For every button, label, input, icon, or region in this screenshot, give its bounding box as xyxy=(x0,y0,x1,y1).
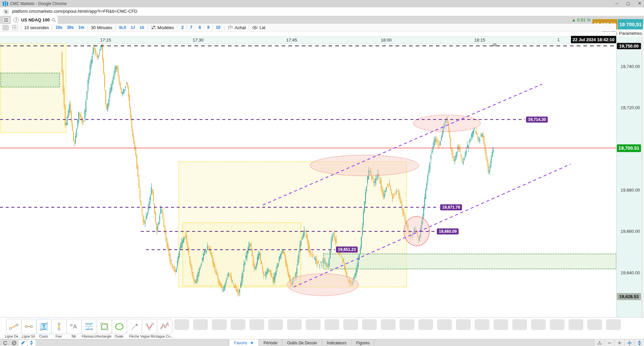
instrument-tab-bar: 2 US NDAQ 100 xyxy=(0,16,644,24)
auto-scale-icon[interactable] xyxy=(634,339,644,346)
empty-tool-slot xyxy=(231,319,245,330)
models-button[interactable]: Modèles xyxy=(149,24,176,31)
crosshair-icon[interactable] xyxy=(624,339,635,346)
model-slot-8[interactable]: 8 xyxy=(195,25,204,30)
time-label-18:15: 18:15 xyxy=(474,38,485,43)
chart-area[interactable]: 17:1517:3017:4518:0018:15 1 22 Jul 2024 … xyxy=(0,32,616,317)
tool-button-rectangle[interactable] xyxy=(97,319,112,334)
empty-tool-slot xyxy=(456,319,471,330)
bottom-tab-figures[interactable]: Figures xyxy=(351,339,374,346)
axis-badge-19,750.00: 19,750.00 xyxy=(617,43,641,49)
empty-tool-slot xyxy=(512,319,527,330)
level-badge-19,671.76[interactable]: 19,671.76 xyxy=(440,204,462,210)
buy-price-button[interactable]: 19 700,51 xyxy=(618,19,643,29)
bottom-tab-indicateurs[interactable]: Indicateurs xyxy=(322,339,352,346)
search-icon[interactable] xyxy=(52,18,56,22)
candlestick-chart[interactable] xyxy=(0,43,616,317)
period-current[interactable]: 10 secondes xyxy=(22,24,51,31)
favorite-star-icon[interactable]: ★ xyxy=(250,340,254,345)
rectangle-icon xyxy=(98,322,111,331)
price-axis[interactable]: 19,740.0019,720.0019,680.0019,660.0019,6… xyxy=(616,36,642,317)
main-menu-button[interactable] xyxy=(2,17,10,23)
list-icon xyxy=(3,25,8,30)
model-slot-10[interactable]: 10 xyxy=(213,25,223,30)
hidden-time-label-fragment: 1 xyxy=(557,37,560,42)
layout-grid-button[interactable] xyxy=(10,24,20,31)
order-type-button[interactable]: Achat xyxy=(226,24,248,31)
tab-number-badge: 2 xyxy=(13,17,19,23)
chart-toolbar: 10 secondes 10s30s1m 30 Minutes SLS1J1S … xyxy=(0,24,616,31)
fibonacci-icon xyxy=(83,322,96,331)
tool-button-ovale[interactable] xyxy=(112,319,127,334)
empty-tool-slot xyxy=(550,319,565,330)
time-label-17:30: 17:30 xyxy=(193,38,204,43)
empty-tool-slot xyxy=(268,319,283,330)
address-bar[interactable]: platform.cmcmarkets.com/popout.html#/app… xyxy=(0,7,644,16)
empty-tool-slot xyxy=(475,319,489,330)
price-tick-19,740.00: 19,740.00 xyxy=(617,64,640,69)
clear-drawings-icon[interactable] xyxy=(10,340,18,346)
bottom-bar: Favoris★PériodeOutils De DessinIndicateu… xyxy=(0,339,644,346)
bottom-tab-favoris[interactable]: Favoris★ xyxy=(229,339,259,346)
cours-icon xyxy=(38,322,50,331)
duration-button-1S[interactable]: 1S xyxy=(137,25,146,29)
hamburger-icon xyxy=(4,18,8,22)
pencil-icon[interactable] xyxy=(19,340,27,346)
tool-button-vague-mo[interactable] xyxy=(142,319,157,334)
empty-tool-slot xyxy=(418,319,433,330)
bottom-tab-outils-de-dessin[interactable]: Outils De Dessin xyxy=(282,339,322,346)
support-ellipse-bottom xyxy=(287,274,358,296)
axis-badge-19,700.51: 19,700.51 xyxy=(617,144,641,152)
model-slot-9[interactable]: 9 xyxy=(204,25,213,30)
empty-tool-slot xyxy=(325,319,339,330)
alert-handle[interactable] xyxy=(492,43,497,46)
green-zone-band xyxy=(324,254,616,269)
period-button-10s[interactable]: 10s xyxy=(53,25,65,30)
window-title: CMC Markets - Google Chrome xyxy=(10,1,67,6)
model-slot-2[interactable]: 2 xyxy=(178,25,187,30)
tool-button-ligne-de[interactable] xyxy=(6,319,21,334)
zoom-out-icon[interactable] xyxy=(604,339,614,346)
duration-button-1J[interactable]: 1J xyxy=(128,25,137,29)
tool-button-nb[interactable]: A xyxy=(66,319,82,334)
zoom-in-icon[interactable] xyxy=(614,339,625,346)
empty-tool-slot xyxy=(193,319,208,330)
tool-button-ligne-sr[interactable] xyxy=(21,319,37,334)
maximize-button[interactable]: ▢ xyxy=(625,1,632,6)
model-slot-7[interactable]: 7 xyxy=(187,25,196,30)
level-badge-19,714.30[interactable]: 19,714.30 xyxy=(526,117,548,123)
settings-button[interactable]: Paramètres xyxy=(613,31,642,36)
period-button-1m[interactable]: 1m xyxy=(76,25,86,30)
period-button-30s[interactable]: 30s xyxy=(65,25,76,30)
tab-us-ndaq-100[interactable]: 2 US NDAQ 100 xyxy=(11,16,58,24)
fleche-icon xyxy=(128,322,141,331)
empty-tool-slot xyxy=(249,319,264,330)
green-zone-left xyxy=(1,73,60,87)
tool-button-fixe[interactable] xyxy=(51,319,67,334)
close-button[interactable]: ✕ xyxy=(636,1,643,6)
fit-chart-icon[interactable] xyxy=(594,339,604,346)
level-badge-19,660.09[interactable]: 19,660.09 xyxy=(437,228,459,234)
empty-tool-slot xyxy=(606,319,621,330)
tool-button-cours[interactable] xyxy=(36,319,52,334)
empty-tool-slot xyxy=(381,319,396,330)
duration-button-SLS[interactable]: SLS xyxy=(117,25,128,29)
minimize-button[interactable]: ─ xyxy=(613,1,620,6)
empty-tool-slot xyxy=(587,319,602,330)
refresh-icon[interactable] xyxy=(1,340,9,346)
link-toggle[interactable]: Lié xyxy=(250,24,267,31)
cmc-markets-window: CMC Markets - Google Chrome ─ ▢ ✕ platfo… xyxy=(0,0,644,346)
layout-list-button[interactable] xyxy=(0,24,10,31)
tool-button-vague-co[interactable] xyxy=(157,319,172,334)
tool-button-fibonacci[interactable] xyxy=(81,319,97,334)
fixe-icon xyxy=(53,322,65,331)
duration-current[interactable]: 30 Minutes xyxy=(89,24,114,31)
ligne-de-icon xyxy=(7,322,20,331)
tool-button-fleche[interactable] xyxy=(127,319,142,334)
site-controls-icon[interactable] xyxy=(3,9,9,14)
level-badge-19,651.23[interactable]: 19,651.23 xyxy=(336,247,358,253)
bottom-tab-période[interactable]: Période xyxy=(259,339,282,346)
empty-tool-slot xyxy=(493,319,508,330)
sort-arrows-icon[interactable] xyxy=(27,340,36,346)
url-text[interactable]: platform.cmcmarkets.com/popout.html#/app… xyxy=(12,9,137,14)
